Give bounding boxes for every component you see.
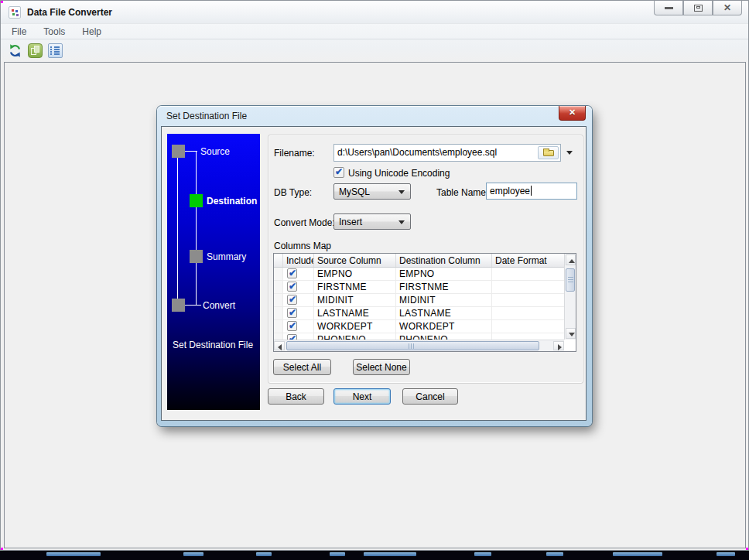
db-type-value: MySQL <box>339 186 370 197</box>
wizard-sidebar: Source Destination Summary Convert Set D… <box>167 134 260 410</box>
copy-files-icon[interactable] <box>28 43 43 58</box>
scroll-left-button[interactable] <box>274 341 285 350</box>
filename-dropdown-icon[interactable] <box>566 151 573 155</box>
include-checkbox[interactable] <box>287 282 297 292</box>
destination-column-cell: MIDINIT <box>396 294 492 306</box>
unicode-checkbox-label: Using Unicode Encoding <box>348 168 450 179</box>
source-column-header[interactable]: Source Column <box>314 254 396 267</box>
taskbar-segment <box>717 552 735 556</box>
include-column-header[interactable]: Include <box>283 254 314 267</box>
sync-convert-icon[interactable] <box>8 43 22 58</box>
taskbar-segment <box>474 552 491 556</box>
include-checkbox[interactable] <box>287 295 297 305</box>
row-selector[interactable] <box>274 320 283 333</box>
include-cell <box>283 294 314 306</box>
destination-column-cell: FIRSTNME <box>396 281 492 293</box>
include-checkbox[interactable] <box>287 268 297 278</box>
column-list-icon[interactable] <box>48 43 63 58</box>
scroll-up-button[interactable] <box>566 254 576 265</box>
convert-mode-select[interactable]: Insert <box>333 213 411 230</box>
menu-tools[interactable]: Tools <box>43 26 65 37</box>
table-name-input[interactable]: employee <box>486 183 577 200</box>
row-selector[interactable] <box>274 268 283 280</box>
browse-button[interactable] <box>538 146 559 159</box>
date-format-column-header[interactable]: Date Format <box>492 254 564 267</box>
include-checkbox[interactable] <box>287 308 297 318</box>
destination-column-header[interactable]: Destination Column <box>396 254 492 267</box>
source-column-cell: EMPNO <box>314 268 396 280</box>
include-checkbox[interactable] <box>287 321 297 331</box>
wizard-connector <box>185 151 197 152</box>
dialog-close-button[interactable]: ✕ <box>559 106 586 121</box>
destination-column-cell: WORKDEPT <box>396 320 492 333</box>
table-row: WORKDEPT WORKDEPT <box>274 320 564 333</box>
app-icon <box>9 6 21 19</box>
table-header-row: Include Source Column Destination Column… <box>274 254 564 268</box>
table-name-label: Table Name: <box>436 187 488 198</box>
wizard-step-source-marker <box>172 145 185 158</box>
wizard-step-destination-marker <box>190 194 203 207</box>
vertical-scroll-thumb[interactable] <box>566 268 575 292</box>
taskbar-segment <box>613 552 662 556</box>
scroll-right-button[interactable] <box>553 341 564 350</box>
filename-input[interactable]: d:\Users\pan\Documents\employee.sql <box>333 144 561 162</box>
wizard-step-convert-marker <box>172 299 185 312</box>
window-title: Data File Converter <box>27 7 112 18</box>
source-column-cell: MIDINIT <box>314 294 396 306</box>
minimize-button[interactable] <box>654 1 683 15</box>
convert-mode-label: Convert Mode: <box>274 217 335 228</box>
menu-help[interactable]: Help <box>82 26 101 37</box>
maximize-button[interactable] <box>683 1 713 15</box>
list-line <box>54 46 60 48</box>
filename-value: d:\Users\pan\Documents\employee.sql <box>337 147 497 158</box>
convert-mode-value: Insert <box>339 217 362 227</box>
arrow-up-icon <box>569 259 575 263</box>
horizontal-scrollbar[interactable] <box>274 340 564 351</box>
db-type-label: DB Type: <box>274 187 312 198</box>
minimize-icon <box>665 7 673 9</box>
arrow-left-icon <box>278 344 282 350</box>
corner-pixel <box>1 1 3 3</box>
row-selector[interactable] <box>274 307 283 319</box>
wizard-connector <box>196 151 197 306</box>
wizard-connector <box>185 305 201 306</box>
include-cell <box>283 268 314 280</box>
cancel-button[interactable]: Cancel <box>402 388 458 405</box>
wizard-connector <box>177 158 178 306</box>
close-button[interactable]: ✕ <box>713 1 742 15</box>
close-icon: ✕ <box>569 108 576 117</box>
table-row: FIRSTNME FIRSTNME <box>274 281 564 294</box>
horizontal-scroll-thumb[interactable] <box>286 341 539 350</box>
list-line <box>54 49 60 50</box>
select-none-button[interactable]: Select None <box>353 359 410 375</box>
next-button[interactable]: Next <box>333 388 391 405</box>
include-cell <box>283 307 314 319</box>
toolbar <box>1 40 748 61</box>
taskbar-segment <box>256 552 272 556</box>
page-shape <box>34 46 39 53</box>
scroll-down-button[interactable] <box>566 328 576 339</box>
menu-file[interactable]: File <box>12 26 26 37</box>
row-selector[interactable] <box>274 294 283 306</box>
db-type-select[interactable]: MySQL <box>333 183 411 200</box>
date-format-cell <box>492 281 564 293</box>
wizard-step-summary-label: Summary <box>207 251 246 262</box>
back-button[interactable]: Back <box>268 388 324 405</box>
menubar: File Tools Help <box>1 23 748 39</box>
date-format-cell <box>492 320 564 333</box>
window-controls: ✕ <box>654 1 742 15</box>
select-all-button[interactable]: Select All <box>273 359 331 375</box>
filename-label: Filename: <box>274 148 315 159</box>
titlebar: Data File Converter ✕ <box>1 1 748 23</box>
wizard-step-source-label: Source <box>200 146 230 157</box>
columns-map-label: Columns Map <box>274 241 331 251</box>
selector-column-header <box>274 254 283 267</box>
list-line <box>54 53 60 55</box>
vertical-scrollbar[interactable] <box>564 254 576 340</box>
text-caret <box>531 186 532 196</box>
row-selector[interactable] <box>274 281 283 293</box>
dialog-body: Source Destination Summary Convert Set D… <box>161 126 587 421</box>
unicode-checkbox[interactable] <box>333 167 344 178</box>
include-cell <box>283 320 314 333</box>
close-icon: ✕ <box>723 3 731 12</box>
